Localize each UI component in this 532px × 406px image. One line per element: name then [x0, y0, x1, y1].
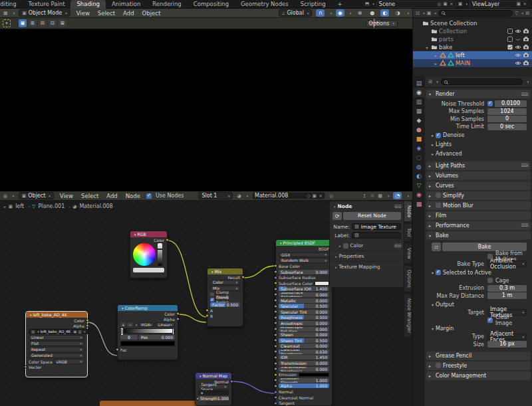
- bsdf-row-base-color[interactable]: Base Color: [276, 263, 332, 269]
- eye-icon[interactable]: [515, 44, 521, 51]
- min-samples-field[interactable]: 0: [487, 116, 527, 122]
- filter-funnel-icon[interactable]: ▽: [515, 11, 518, 16]
- expand-arrow[interactable]: ▾: [424, 45, 430, 50]
- editor-type-icon[interactable]: ▦: [3, 11, 8, 16]
- clamp-factor-checkbox[interactable]: [210, 298, 214, 302]
- socket-color-out[interactable]: [86, 319, 89, 322]
- material-name-field[interactable]: Material.008 ◇ ▣ ×: [252, 192, 325, 199]
- menu-view[interactable]: View: [74, 10, 92, 17]
- workspace-tab-shading[interactable]: Shading: [70, 0, 106, 9]
- socket-tangent-in[interactable]: [274, 401, 277, 405]
- emission-strength-slider[interactable]: Emission Strength1.000: [279, 378, 329, 383]
- outliner-row-main[interactable]: ▸MAIN: [413, 59, 532, 67]
- eye-icon[interactable]: [515, 60, 521, 66]
- socket-clearcoat-roughness-in[interactable]: [274, 350, 277, 354]
- socket-roughness-in[interactable]: [274, 316, 277, 319]
- denoise-checkbox[interactable]: [436, 133, 441, 138]
- properties-tab-output[interactable]: ▥: [413, 97, 426, 106]
- bsdf-row-tangent[interactable]: Tangent: [276, 400, 332, 406]
- workspace-tab-compositing[interactable]: Compositing: [188, 0, 235, 9]
- pin-icon[interactable]: ◎: [437, 1, 441, 7]
- select-mode-subtract-icon[interactable]: ⊟: [39, 19, 47, 27]
- socket-alpha-out[interactable]: [86, 324, 89, 328]
- clear-image-checkbox[interactable]: [487, 318, 493, 323]
- node-colorramp[interactable]: ▾ColorRamp Color Alpha + − ▾ RGB▾ Linear…: [117, 304, 178, 360]
- ggx-dropdown[interactable]: GGX▾: [279, 253, 329, 258]
- properties-tab-particles[interactable]: ◌: [413, 153, 426, 162]
- extension-dropdown[interactable]: Repeat▾: [29, 347, 84, 352]
- ramp-gradient[interactable]: [120, 328, 175, 334]
- outliner-row-collection[interactable]: Collection: [413, 27, 532, 35]
- node-principled-bsdf[interactable]: ▾Principled BSDF BSDF GGX▾Random Walk▾Ba…: [275, 239, 332, 406]
- shading-solid-icon[interactable]: ●: [368, 9, 376, 17]
- socket-subsurface-radius-in[interactable]: [274, 276, 277, 279]
- bsdf-row-transmission[interactable]: Transmission0.000: [276, 360, 332, 366]
- sidebar-tab-tool[interactable]: Tool: [404, 223, 412, 242]
- socket-color-out[interactable]: [176, 312, 180, 316]
- panel-header-film[interactable]: ▸Film: [426, 211, 531, 220]
- socket-emission-strength-in[interactable]: [274, 379, 277, 382]
- node-rgb[interactable]: ▾RGB Color: [130, 231, 168, 278]
- socket-result-out[interactable]: [241, 276, 245, 279]
- noise-threshold-field[interactable]: 0.0100: [495, 100, 527, 107]
- ior-slider[interactable]: IOR1.450: [279, 355, 329, 359]
- exclude-icon[interactable]: [507, 28, 513, 35]
- node-name-field[interactable]: ▨Image Texture: [352, 223, 401, 230]
- transmission-roughness-slider[interactable]: Transmission Roughness0.000: [279, 367, 329, 371]
- source-dropdown[interactable]: Generated▾: [29, 353, 84, 358]
- color-swatch[interactable]: [133, 268, 164, 272]
- bsdf-row-subsurface-anisotropy[interactable]: Subsurface Anisotropy0.000: [276, 292, 332, 298]
- sheen-slider[interactable]: Sheen0.000: [279, 332, 329, 337]
- select-mode-intersect-icon[interactable]: ⊠: [59, 19, 66, 27]
- socket-subsurface-in[interactable]: [274, 270, 277, 274]
- socket-alpha-out[interactable]: [176, 318, 180, 321]
- bsdf-row-sheen-tint[interactable]: Sheen Tint0.500: [276, 338, 332, 344]
- bsdf-row-alpha[interactable]: Alpha1.000: [276, 383, 332, 389]
- outliner-search[interactable]: [438, 10, 513, 17]
- fake-user-icon[interactable]: ◇: [307, 193, 310, 199]
- open-icon[interactable]: ▥: [78, 330, 81, 334]
- eye-icon[interactable]: [515, 52, 521, 58]
- bsdf-row-clearcoat[interactable]: Clearcoat0.000: [276, 344, 332, 350]
- extrusion-field[interactable]: 0.3 m: [487, 285, 527, 292]
- properties-tab-texture[interactable]: ▩: [413, 199, 426, 209]
- menu-select[interactable]: Select: [96, 10, 117, 17]
- workspace-tab-rendering[interactable]: Rendering: [146, 0, 187, 9]
- stop-index-field[interactable]: 0: [120, 335, 138, 340]
- panel-menu-icon[interactable]: ☰☰: [521, 163, 528, 168]
- menu-object[interactable]: Object: [140, 10, 163, 17]
- select-mode-new-icon[interactable]: ▣: [19, 19, 27, 27]
- subsurface-color-swatch[interactable]: [315, 281, 329, 286]
- sidebar-tab-options[interactable]: Options: [404, 265, 412, 292]
- bsdf-row-specular[interactable]: Specular0.500: [276, 303, 332, 309]
- proportional-edit-icon[interactable]: ◉: [336, 9, 344, 17]
- anisotropic-slider[interactable]: Anisotropic0.000: [279, 321, 329, 326]
- material-icon[interactable]: ◕: [237, 193, 241, 199]
- socket-transmission-in[interactable]: [274, 361, 277, 365]
- socket-a-in[interactable]: [205, 309, 209, 312]
- clearcoat-roughness-slider[interactable]: Clearcoat Roughness0.030: [279, 350, 329, 354]
- close-icon[interactable]: ×: [523, 1, 527, 7]
- roughness-slider[interactable]: Roughness0.500: [279, 315, 329, 320]
- select-mode-extend-icon[interactable]: ⊞: [29, 19, 37, 27]
- properties-options-icon[interactable]: ▾: [527, 80, 529, 84]
- panel-header-grease-pencil[interactable]: ▸Grease Pencil: [426, 352, 531, 360]
- shading-material-icon[interactable]: ◐: [380, 9, 389, 17]
- panel-header-motion-blur[interactable]: ▸Motion Blur: [426, 201, 531, 210]
- workspace-tab--[interactable]: +: [332, 0, 348, 9]
- panel-header-render[interactable]: ▾Render☰☰: [426, 90, 531, 98]
- snap-icon[interactable]: ∩: [370, 193, 374, 199]
- render-icon[interactable]: ▱: [432, 243, 441, 251]
- socket-specular-tint-in[interactable]: [274, 310, 277, 314]
- sheen-tint-slider[interactable]: Sheen Tint0.500: [279, 338, 329, 343]
- socket-metallic-in[interactable]: [274, 299, 277, 302]
- eye-off-icon[interactable]: [515, 36, 521, 43]
- subsurface-ior-slider[interactable]: Subsurface IOR1.400: [279, 286, 329, 291]
- size-field[interactable]: 16 px: [487, 341, 527, 348]
- bsdf-row-clearcoat-roughness[interactable]: Clearcoat Roughness0.030: [276, 349, 332, 355]
- select-mode-invert-icon[interactable]: ⊡: [49, 19, 57, 27]
- camera-icon[interactable]: [523, 60, 529, 66]
- time-limit-field[interactable]: 0 sec: [487, 124, 527, 130]
- snap-target-icon[interactable]: ▦: [378, 193, 382, 199]
- bsdf-row-clearcoat-normal[interactable]: Clearcoat Normal: [276, 395, 332, 401]
